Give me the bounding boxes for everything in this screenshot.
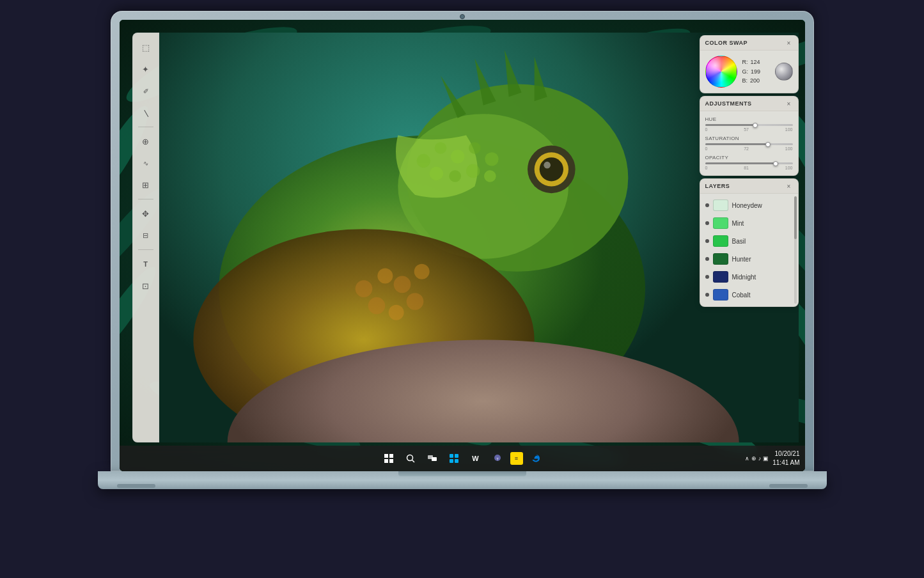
layers-header: LAYERS × <box>700 179 798 194</box>
screen: ⬚ ✦ ✏ | ⊕ ∿ ⊞ ✥ ⊟ T ⊡ <box>120 20 805 471</box>
laptop: ⬚ ✦ ✏ | ⊕ ∿ ⊞ ✥ ⊟ T ⊡ <box>79 11 846 567</box>
chevron-up-icon[interactable]: ∧ <box>745 455 749 462</box>
adjustments-header: ADJUSTMENTS × <box>700 97 798 111</box>
saturation-max: 100 <box>785 146 793 151</box>
toolbar: ⬚ ✦ ✏ | ⊕ ∿ ⊞ ✥ ⊟ T ⊡ <box>132 33 159 442</box>
layer-item-honeydew[interactable]: Honeydew <box>700 196 798 214</box>
layers-title: LAYERS <box>705 183 730 189</box>
windows-start-button[interactable] <box>380 449 398 467</box>
pencil-tool[interactable]: ✏ <box>133 78 159 104</box>
svg-text:T: T <box>496 457 499 461</box>
svg-rect-53 <box>384 459 388 463</box>
svg-point-44 <box>355 280 372 297</box>
chat-button[interactable]: T <box>489 449 506 467</box>
divider-3 <box>138 249 153 250</box>
layer-dot-mint <box>705 221 709 225</box>
edge-browser-button[interactable] <box>527 449 545 467</box>
opacity-thumb[interactable] <box>773 161 778 166</box>
opacity-numbers: 0 81 100 <box>705 166 793 170</box>
brush-tool[interactable]: | <box>133 100 157 125</box>
task-view-button[interactable] <box>423 449 441 467</box>
layer-item-cobalt[interactable]: Cobalt <box>700 286 798 304</box>
laptop-hinge <box>398 471 526 476</box>
eyedropper-tool[interactable]: ⊕ <box>137 132 155 150</box>
hue-track[interactable] <box>705 124 793 126</box>
svg-point-46 <box>393 276 411 293</box>
system-tray-icons: ∧ ⊕ ♪ ▣ <box>745 455 769 462</box>
layer-item-basil[interactable]: Basil <box>700 232 798 250</box>
layer-dot-basil <box>705 239 709 243</box>
color-swap-close-button[interactable]: × <box>785 39 793 47</box>
start-menu-button[interactable] <box>445 449 463 467</box>
r-label: R: <box>742 58 748 66</box>
layer-item-mint[interactable]: Mint <box>700 214 798 232</box>
g-label: G: <box>742 67 749 76</box>
hue-fill <box>705 124 755 126</box>
layers-tool[interactable]: ⊡ <box>137 277 155 295</box>
crop-tool[interactable]: ⊞ <box>137 176 155 194</box>
taskbar-right: ∧ ⊕ ♪ ▣ 10/20/21 11:41 AM <box>745 449 800 467</box>
volume-icon[interactable]: ♪ <box>758 455 762 462</box>
svg-point-41 <box>449 170 461 182</box>
color-swap-content: R: 124 G: 199 B: 200 <box>700 51 798 93</box>
battery-icon[interactable]: ▣ <box>763 455 769 462</box>
saturation-track[interactable] <box>705 143 793 145</box>
layers-close-button[interactable]: × <box>785 182 793 190</box>
layer-dot-hunter <box>705 257 709 261</box>
layer-dot-cobalt <box>705 293 709 297</box>
taskbar-date: 10/20/21 <box>772 449 799 458</box>
layer-swatch-basil <box>713 235 728 247</box>
search-taskbar-button[interactable] <box>402 449 419 467</box>
text-tool[interactable]: T <box>137 255 155 273</box>
color-wheel[interactable] <box>705 56 737 88</box>
saturation-label: SATURATION <box>705 136 793 141</box>
laptop-foot-left <box>117 484 155 488</box>
layers-scrollbar[interactable] <box>794 196 797 304</box>
opacity-track[interactable] <box>705 162 793 164</box>
layer-item-midnight[interactable]: Midnight <box>700 268 798 286</box>
layer-swatch-mint <box>713 217 728 229</box>
layer-name-hunter: Hunter <box>732 256 792 263</box>
adjustments-content: HUE 0 57 100 <box>700 111 798 175</box>
move-tool[interactable]: ✥ <box>137 205 155 223</box>
camera <box>460 14 465 19</box>
opacity-value: 81 <box>744 166 749 170</box>
layer-name-midnight: Midnight <box>732 274 792 281</box>
zoom-tool[interactable]: ⊟ <box>137 226 155 244</box>
taskbar-center: W T ≡ <box>380 449 545 467</box>
r-value: 124 <box>751 58 760 66</box>
svg-point-42 <box>466 164 480 178</box>
widgets-button[interactable]: W <box>467 449 485 467</box>
lasso-tool[interactable]: ∿ <box>137 154 155 172</box>
hue-min: 0 <box>705 127 708 132</box>
layer-name-cobalt: Cobalt <box>732 292 792 299</box>
svg-point-45 <box>377 269 393 284</box>
layer-dot-midnight <box>705 275 709 279</box>
layers-scrollbar-thumb[interactable] <box>794 196 797 239</box>
adjustments-close-button[interactable]: × <box>785 100 793 107</box>
layer-name-mint: Mint <box>732 220 792 227</box>
divider-1 <box>138 127 153 127</box>
svg-point-40 <box>429 167 442 180</box>
saturation-thumb[interactable] <box>765 142 771 147</box>
svg-point-43 <box>484 170 496 182</box>
select-tool[interactable]: ⬚ <box>137 38 155 56</box>
taskbar: W T ≡ <box>120 446 805 471</box>
hue-thumb[interactable] <box>753 123 758 128</box>
svg-point-48 <box>368 297 385 315</box>
marquee-tool[interactable]: ✦ <box>137 60 155 78</box>
svg-point-31 <box>539 157 563 181</box>
notes-button[interactable]: ≡ <box>510 452 523 465</box>
layer-name-basil: Basil <box>732 238 792 245</box>
opacity-max: 100 <box>785 166 793 170</box>
clock-date[interactable]: 10/20/21 11:41 AM <box>772 449 799 467</box>
canvas-area[interactable]: COLOR SWAP × R: 124 <box>159 33 799 442</box>
divider-2 <box>138 199 153 199</box>
svg-point-47 <box>414 264 429 279</box>
wifi-icon[interactable]: ⊕ <box>751 455 756 462</box>
layer-item-hunter[interactable]: Hunter <box>700 250 798 268</box>
g-value: 199 <box>751 67 760 76</box>
panels-container: COLOR SWAP × R: 124 <box>700 33 799 307</box>
opacity-fill <box>705 162 776 164</box>
svg-point-50 <box>406 293 423 310</box>
